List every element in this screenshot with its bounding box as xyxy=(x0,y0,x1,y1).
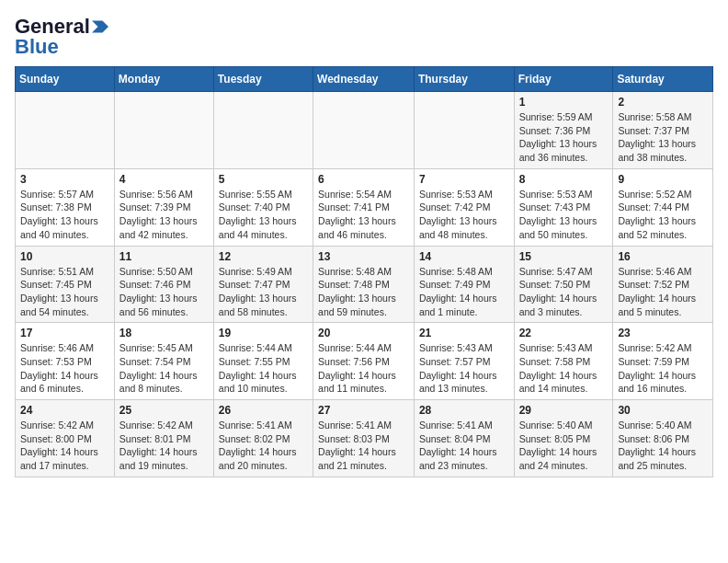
day-info: Sunrise: 5:42 AM Sunset: 8:01 PM Dayligh… xyxy=(119,419,209,473)
day-info: Sunrise: 5:42 AM Sunset: 8:00 PM Dayligh… xyxy=(20,419,109,473)
day-number: 7 xyxy=(419,173,509,186)
day-number: 1 xyxy=(519,96,609,109)
calendar-cell: 24Sunrise: 5:42 AM Sunset: 8:00 PM Dayli… xyxy=(16,400,115,477)
svg-marker-0 xyxy=(92,20,108,32)
day-number: 8 xyxy=(519,173,609,186)
day-info: Sunrise: 5:52 AM Sunset: 7:44 PM Dayligh… xyxy=(618,188,708,242)
calendar-header-tuesday: Tuesday xyxy=(213,67,313,92)
calendar-cell: 20Sunrise: 5:44 AM Sunset: 7:56 PM Dayli… xyxy=(313,323,415,400)
day-info: Sunrise: 5:46 AM Sunset: 7:52 PM Dayligh… xyxy=(618,265,708,319)
day-info: Sunrise: 5:59 AM Sunset: 7:36 PM Dayligh… xyxy=(519,110,609,165)
calendar-cell: 5Sunrise: 5:55 AM Sunset: 7:40 PM Daylig… xyxy=(213,168,313,246)
day-number: 11 xyxy=(119,250,209,263)
calendar-cell: 30Sunrise: 5:40 AM Sunset: 8:06 PM Dayli… xyxy=(613,400,713,477)
day-number: 27 xyxy=(318,404,409,417)
calendar-cell xyxy=(16,92,115,169)
calendar-header-row: SundayMondayTuesdayWednesdayThursdayFrid… xyxy=(16,67,713,92)
calendar-week-row: 17Sunrise: 5:46 AM Sunset: 7:53 PM Dayli… xyxy=(16,323,713,400)
day-info: Sunrise: 5:47 AM Sunset: 7:50 PM Dayligh… xyxy=(519,265,609,319)
day-info: Sunrise: 5:53 AM Sunset: 7:43 PM Dayligh… xyxy=(519,188,609,242)
calendar-cell: 25Sunrise: 5:42 AM Sunset: 8:01 PM Dayli… xyxy=(114,400,213,477)
calendar-week-row: 3Sunrise: 5:57 AM Sunset: 7:38 PM Daylig… xyxy=(16,168,713,246)
day-info: Sunrise: 5:50 AM Sunset: 7:46 PM Dayligh… xyxy=(119,265,209,319)
day-info: Sunrise: 5:41 AM Sunset: 8:04 PM Dayligh… xyxy=(419,419,509,473)
day-number: 30 xyxy=(618,404,708,417)
day-number: 25 xyxy=(119,404,209,417)
calendar-cell: 9Sunrise: 5:52 AM Sunset: 7:44 PM Daylig… xyxy=(613,168,713,246)
day-info: Sunrise: 5:40 AM Sunset: 8:05 PM Dayligh… xyxy=(519,419,609,473)
day-info: Sunrise: 5:46 AM Sunset: 7:53 PM Dayligh… xyxy=(20,341,109,396)
calendar-header-wednesday: Wednesday xyxy=(313,67,415,92)
day-number: 22 xyxy=(519,327,609,339)
calendar-cell: 29Sunrise: 5:40 AM Sunset: 8:05 PM Dayli… xyxy=(514,400,613,477)
day-number: 16 xyxy=(618,250,708,263)
calendar-cell: 17Sunrise: 5:46 AM Sunset: 7:53 PM Dayli… xyxy=(16,323,115,400)
calendar-cell: 6Sunrise: 5:54 AM Sunset: 7:41 PM Daylig… xyxy=(313,168,415,246)
calendar-cell: 28Sunrise: 5:41 AM Sunset: 8:04 PM Dayli… xyxy=(414,400,514,477)
calendar-cell: 13Sunrise: 5:48 AM Sunset: 7:48 PM Dayli… xyxy=(313,246,415,323)
day-info: Sunrise: 5:57 AM Sunset: 7:38 PM Dayligh… xyxy=(20,188,109,242)
day-info: Sunrise: 5:49 AM Sunset: 7:47 PM Dayligh… xyxy=(219,265,308,319)
day-info: Sunrise: 5:48 AM Sunset: 7:48 PM Dayligh… xyxy=(318,265,409,319)
day-number: 26 xyxy=(219,404,308,417)
calendar-week-row: 24Sunrise: 5:42 AM Sunset: 8:00 PM Dayli… xyxy=(16,400,713,477)
calendar-cell: 18Sunrise: 5:45 AM Sunset: 7:54 PM Dayli… xyxy=(114,323,213,400)
calendar-cell: 19Sunrise: 5:44 AM Sunset: 7:55 PM Dayli… xyxy=(213,323,313,400)
day-number: 29 xyxy=(519,404,609,417)
calendar-header-saturday: Saturday xyxy=(613,67,713,92)
calendar-cell xyxy=(114,92,213,169)
day-info: Sunrise: 5:54 AM Sunset: 7:41 PM Dayligh… xyxy=(318,188,409,242)
day-info: Sunrise: 5:48 AM Sunset: 7:49 PM Dayligh… xyxy=(419,265,509,319)
day-number: 24 xyxy=(20,404,109,417)
calendar-cell: 14Sunrise: 5:48 AM Sunset: 7:49 PM Dayli… xyxy=(414,246,514,323)
day-info: Sunrise: 5:42 AM Sunset: 7:59 PM Dayligh… xyxy=(618,341,708,396)
day-number: 6 xyxy=(318,173,409,186)
logo-arrow-icon xyxy=(92,20,108,33)
calendar-header-friday: Friday xyxy=(514,67,613,92)
day-info: Sunrise: 5:43 AM Sunset: 7:58 PM Dayligh… xyxy=(519,341,609,396)
calendar-cell: 11Sunrise: 5:50 AM Sunset: 7:46 PM Dayli… xyxy=(114,246,213,323)
day-number: 23 xyxy=(618,327,708,339)
day-number: 2 xyxy=(618,96,708,109)
day-info: Sunrise: 5:41 AM Sunset: 8:02 PM Dayligh… xyxy=(219,419,308,473)
calendar-cell: 4Sunrise: 5:56 AM Sunset: 7:39 PM Daylig… xyxy=(114,168,213,246)
day-number: 3 xyxy=(20,173,109,186)
calendar-cell: 8Sunrise: 5:53 AM Sunset: 7:43 PM Daylig… xyxy=(514,168,613,246)
day-info: Sunrise: 5:41 AM Sunset: 8:03 PM Dayligh… xyxy=(318,419,409,473)
calendar-cell: 3Sunrise: 5:57 AM Sunset: 7:38 PM Daylig… xyxy=(16,168,115,246)
day-number: 28 xyxy=(419,404,509,417)
day-number: 10 xyxy=(20,250,109,263)
calendar-cell: 7Sunrise: 5:53 AM Sunset: 7:42 PM Daylig… xyxy=(414,168,514,246)
day-info: Sunrise: 5:56 AM Sunset: 7:39 PM Dayligh… xyxy=(119,188,209,242)
day-number: 5 xyxy=(219,173,308,186)
day-number: 12 xyxy=(219,250,308,263)
day-number: 9 xyxy=(618,173,708,186)
logo-blue-text: Blue xyxy=(15,35,59,59)
day-number: 20 xyxy=(318,327,409,339)
calendar-header-thursday: Thursday xyxy=(414,67,514,92)
day-number: 18 xyxy=(119,327,209,339)
calendar-week-row: 1Sunrise: 5:59 AM Sunset: 7:36 PM Daylig… xyxy=(16,92,713,169)
calendar-cell: 16Sunrise: 5:46 AM Sunset: 7:52 PM Dayli… xyxy=(613,246,713,323)
day-number: 4 xyxy=(119,173,209,186)
calendar-header-sunday: Sunday xyxy=(16,67,115,92)
day-info: Sunrise: 5:53 AM Sunset: 7:42 PM Dayligh… xyxy=(419,188,509,242)
day-info: Sunrise: 5:55 AM Sunset: 7:40 PM Dayligh… xyxy=(219,188,308,242)
day-info: Sunrise: 5:44 AM Sunset: 7:55 PM Dayligh… xyxy=(219,341,308,396)
calendar-cell: 12Sunrise: 5:49 AM Sunset: 7:47 PM Dayli… xyxy=(213,246,313,323)
calendar-cell: 2Sunrise: 5:58 AM Sunset: 7:37 PM Daylig… xyxy=(613,92,713,169)
calendar-cell: 21Sunrise: 5:43 AM Sunset: 7:57 PM Dayli… xyxy=(414,323,514,400)
calendar-cell: 23Sunrise: 5:42 AM Sunset: 7:59 PM Dayli… xyxy=(613,323,713,400)
calendar-cell: 10Sunrise: 5:51 AM Sunset: 7:45 PM Dayli… xyxy=(16,246,115,323)
day-number: 13 xyxy=(318,250,409,263)
calendar-table: SundayMondayTuesdayWednesdayThursdayFrid… xyxy=(15,66,713,477)
calendar-cell: 22Sunrise: 5:43 AM Sunset: 7:58 PM Dayli… xyxy=(514,323,613,400)
day-info: Sunrise: 5:58 AM Sunset: 7:37 PM Dayligh… xyxy=(618,110,708,165)
calendar-week-row: 10Sunrise: 5:51 AM Sunset: 7:45 PM Dayli… xyxy=(16,246,713,323)
day-info: Sunrise: 5:40 AM Sunset: 8:06 PM Dayligh… xyxy=(618,419,708,473)
logo: General Blue xyxy=(15,15,108,59)
day-number: 21 xyxy=(419,327,509,339)
calendar-cell xyxy=(213,92,313,169)
day-number: 17 xyxy=(20,327,109,339)
calendar-header-monday: Monday xyxy=(114,67,213,92)
